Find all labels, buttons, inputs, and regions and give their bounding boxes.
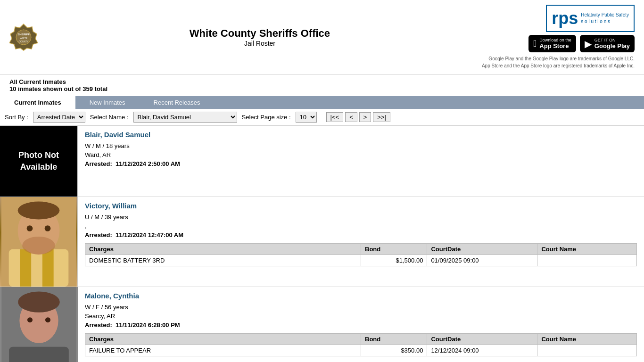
charges-header: Charges (85, 334, 361, 345)
inmate-arrested-3: Arrested: 11/11/2024 6:28:00 PM (85, 321, 637, 329)
inmate-summary: All Current Inmates 10 inmates shown out… (0, 74, 644, 96)
courtdate-header: CourtDate (427, 244, 537, 255)
select-name-dropdown[interactable]: Blair, David Samuel (133, 112, 237, 123)
charge-value: DOMESTIC BATTERY 3RD (85, 255, 361, 266)
inmate-row: Malone, Cynthia W / F / 56 years Searcy,… (0, 287, 644, 362)
prev-page-button[interactable]: < (345, 112, 357, 122)
court-date-value: 01/09/2025 09:00 (427, 255, 537, 266)
svg-text:WHITE: WHITE (20, 37, 28, 40)
bond-header: Bond (361, 334, 427, 345)
svg-point-18 (27, 317, 32, 322)
inmate-photo-1: Photo NotAvailable (0, 126, 78, 197)
apple-icon:  (533, 38, 537, 49)
inmate-location-1: Ward, AR (85, 151, 637, 158)
inmate-details-3: Malone, Cynthia W / F / 56 years Searcy,… (78, 287, 644, 362)
svg-rect-17 (9, 347, 69, 362)
inmate-details-1: Blair, David Samuel W / M / 18 years War… (78, 126, 644, 197)
select-name-label: Select Name : (90, 114, 129, 121)
svg-point-16 (18, 292, 60, 313)
inmate-name-3[interactable]: Malone, Cynthia (85, 292, 637, 300)
inmate-location-2: , (85, 222, 637, 230)
svg-text:COUNTY: COUNTY (18, 40, 29, 43)
tab-recent-releases[interactable]: Recent Releases (140, 96, 215, 109)
courtname-header: Court Name (537, 244, 637, 255)
svg-point-13 (45, 225, 51, 231)
charges-table-2: Charges Bond CourtDate Court Name DOMEST… (85, 243, 637, 266)
inmate-arrested-1: Arrested: 11/12/2024 2:50:00 AM (85, 160, 637, 167)
sheriff-badge-icon: SHERIFF WHITE COUNTY (9, 23, 38, 51)
page-header: SHERIFF WHITE COUNTY White County Sherif… (0, 0, 644, 74)
charge-value: FAILURE TO APPEAR (85, 345, 361, 356)
inmate-photo-2 (0, 197, 78, 287)
rps-logo: rps Relativity Public Safety s o l u t i… (546, 5, 635, 32)
google-play-icon: ▶ (585, 38, 592, 49)
controls-bar: Sort By : Arrested Date Select Name : Bl… (0, 109, 644, 126)
header-left: SHERIFF WHITE COUNTY (9, 23, 38, 51)
next-page-button[interactable]: > (359, 112, 372, 122)
table-row: FAILURE TO APPEAR $350.00 12/12/2024 09:… (85, 345, 637, 356)
page-title: White County Sheriffs Office (190, 27, 330, 40)
nav-tabs: Current Inmates New Inmates Recent Relea… (0, 96, 644, 109)
sort-by-label: Sort By : (5, 114, 28, 121)
inmate-row: Victory, William U / M / 39 years , Arre… (0, 197, 644, 287)
last-page-button[interactable]: >>| (373, 112, 390, 122)
bond-header: Bond (361, 244, 427, 255)
inmate-name-1[interactable]: Blair, David Samuel (85, 131, 637, 139)
inmate-photo-3 (0, 287, 78, 362)
inmate-count-line1: All Current Inmates (9, 78, 635, 85)
inmate-details-2: Victory, William U / M / 39 years , Arre… (78, 197, 644, 287)
inmate-name-2[interactable]: Victory, William (85, 202, 637, 210)
header-right: rps Relativity Public Safety s o l u t i… (482, 5, 635, 69)
courtname-header: Court Name (537, 334, 637, 345)
header-title-block: White County Sheriffs Office Jail Roster (190, 27, 330, 47)
inmate-location-3: Searcy, AR (85, 313, 637, 320)
inmate-arrested-2: Arrested: 11/12/2024 12:47:00 AM (85, 231, 637, 239)
tab-current-inmates[interactable]: Current Inmates (0, 96, 75, 109)
rps-initials: rps (552, 8, 578, 28)
inmate-demo-2: U / M / 39 years (85, 214, 637, 221)
arrested-date-1: 11/12/2024 2:50:00 AM (116, 160, 180, 167)
photo-not-available-text: Photo NotAvailable (14, 145, 64, 178)
arrested-label: Arrested: (85, 321, 112, 329)
inmate-count-line2: 10 inmates shown out of 359 total (9, 85, 635, 92)
svg-point-10 (18, 202, 60, 220)
arrested-label: Arrested: (85, 231, 112, 239)
tab-new-inmates[interactable]: New Inmates (75, 96, 140, 109)
svg-rect-8 (42, 249, 54, 287)
google-play-button[interactable]: ▶ GET IT ON Google Play (580, 35, 635, 52)
sort-by-select[interactable]: Arrested Date (33, 112, 85, 123)
svg-rect-7 (20, 249, 31, 287)
rps-tagline: Relativity Public Safety s o l u t i o n… (581, 12, 629, 25)
page-subtitle: Jail Roster (190, 40, 330, 47)
charges-header: Charges (85, 244, 361, 255)
pagination-buttons: |<< < > >>| (326, 112, 390, 122)
court-name-value (537, 345, 637, 356)
svg-rect-6 (9, 249, 69, 287)
svg-point-19 (45, 317, 50, 322)
first-page-button[interactable]: |<< (326, 112, 344, 122)
page-size-label: Select Page size : (242, 114, 291, 121)
court-date-value: 12/12/2024 09:00 (427, 345, 537, 356)
inmate-demo-3: W / F / 56 years (85, 304, 637, 311)
arrested-label: Arrested: (85, 160, 112, 167)
app-buttons:  Download on the App Store ▶ GET IT ON … (528, 35, 635, 52)
bond-value: $350.00 (361, 345, 427, 356)
inmate-row: Photo NotAvailable Blair, David Samuel W… (0, 126, 644, 197)
arrested-date-2: 11/12/2024 12:47:00 AM (116, 231, 183, 239)
table-row: DOMESTIC BATTERY 3RD $1,500.00 01/09/202… (85, 255, 637, 266)
bond-value: $1,500.00 (361, 255, 427, 266)
court-name-value (537, 255, 637, 266)
inmate-demo-1: W / M / 18 years (85, 142, 637, 149)
page-size-select[interactable]: 10 25 50 (296, 112, 317, 123)
svg-point-12 (27, 225, 33, 231)
arrested-date-3: 11/11/2024 6:28:00 PM (116, 321, 180, 329)
svg-text:SHERIFF: SHERIFF (17, 33, 30, 36)
app-store-button[interactable]:  Download on the App Store (528, 35, 576, 52)
courtdate-header: CourtDate (427, 334, 537, 345)
app-disclaimer: Google Play and the Google Play logo are… (482, 55, 635, 69)
charges-table-3: Charges Bond CourtDate Court Name FAILUR… (85, 333, 637, 356)
svg-point-11 (22, 237, 55, 255)
